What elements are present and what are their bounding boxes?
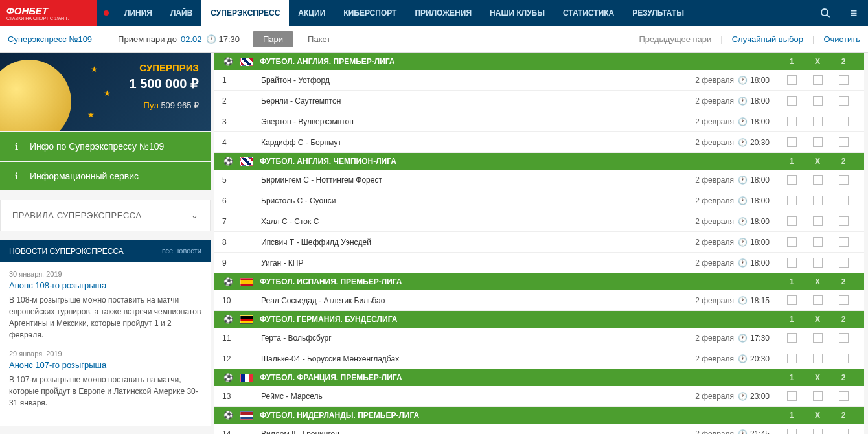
nav-item[interactable]: СУПЕРЭКСПРЕСС [201, 0, 289, 26]
match-row: 4 Кардифф С - Борнмут 2 февраля 🕐 20:30 [214, 132, 864, 153]
match-name[interactable]: Бирмингем С - Ноттингем Форест [261, 176, 695, 185]
league-header[interactable]: ⚽ ФУТБОЛ. ГЕРМАНИЯ. БУНДЕСЛИГА 1X2 [214, 311, 864, 328]
info-service-button[interactable]: ℹ Информационный сервис [0, 162, 211, 190]
bet-checkbox[interactable] [813, 258, 823, 268]
bet-checkbox[interactable] [839, 258, 849, 268]
tab-packet[interactable]: Пакет [297, 31, 341, 47]
bet-checkbox[interactable] [813, 75, 823, 85]
star-icon: ★ [104, 89, 111, 98]
bet-checkbox[interactable] [787, 295, 797, 305]
bet-checkbox[interactable] [839, 175, 849, 185]
bet-header: 1 [779, 277, 805, 286]
nav-item[interactable]: РЕЗУЛЬТАТЫ [623, 0, 693, 26]
bet-checkbox[interactable] [839, 137, 849, 147]
bet-checkbox[interactable] [813, 333, 823, 343]
bet-checkbox[interactable] [813, 354, 823, 363]
bet-checkbox[interactable] [787, 216, 797, 226]
league-header[interactable]: ⚽ ФУТБОЛ. АНГЛИЯ. ПРЕМЬЕР-ЛИГА 1X2 [214, 53, 864, 70]
bet-header: 2 [830, 157, 856, 166]
match-name[interactable]: Брайтон - Уотфорд [261, 76, 695, 85]
bet-checkbox[interactable] [839, 196, 849, 205]
link-clear[interactable]: Очистить [823, 34, 860, 44]
bet-checkbox[interactable] [787, 96, 797, 106]
clock-icon: 🕐 [738, 76, 748, 85]
nav-item[interactable]: ЛИНИЯ [115, 0, 161, 26]
bet-checkbox[interactable] [787, 333, 797, 343]
bet-header: X [805, 157, 830, 166]
logo[interactable]: ФОНБЕТ СТАВКИ НА СПОРТ С 1994 Г. [0, 0, 97, 26]
match-name[interactable]: Герта - Вольфсбург [261, 334, 695, 343]
news-date: 29 января, 2019 [9, 350, 201, 358]
bet-checkbox[interactable] [813, 175, 823, 185]
bet-checkbox[interactable] [813, 429, 823, 434]
menu-icon[interactable]: ≡ [839, 0, 868, 26]
bet-checkbox[interactable] [839, 117, 849, 126]
bet-checkbox[interactable] [787, 75, 797, 85]
bet-checkbox[interactable] [787, 354, 797, 363]
match-name[interactable]: Реал Сосьедад - Атлетик Бильбао [261, 296, 695, 305]
draw-title[interactable]: Суперэкспресс №109 [8, 34, 92, 44]
bet-checkbox[interactable] [813, 391, 823, 401]
bet-checkbox[interactable] [813, 137, 823, 147]
bet-checkbox[interactable] [787, 137, 797, 147]
match-name[interactable]: Реймс - Марсель [261, 392, 695, 401]
bet-checkbox[interactable] [787, 429, 797, 434]
bet-checkbox[interactable] [839, 237, 849, 247]
bet-checkbox[interactable] [839, 429, 849, 434]
football-icon: ⚽ [222, 277, 234, 286]
match-name[interactable]: Шальке-04 - Боруссия Менхенгладбах [261, 354, 695, 363]
bet-checkbox[interactable] [839, 354, 849, 363]
match-name[interactable]: Виллем II - Гронинген [261, 429, 695, 435]
info-button[interactable]: ℹ Инфо по Суперэкспрессу №109 [0, 132, 211, 161]
search-icon[interactable] [811, 0, 839, 26]
news-all-link[interactable]: все новости [162, 247, 201, 256]
league-header[interactable]: ⚽ ФУТБОЛ. ФРАНЦИЯ. ПРЕМЬЕР-ЛИГА 1X2 [214, 369, 864, 386]
bet-checkbox[interactable] [813, 117, 823, 126]
tab-pari[interactable]: Пари [253, 31, 293, 47]
bet-checkbox[interactable] [839, 96, 849, 106]
match-num: 9 [222, 258, 242, 268]
match-time: 18:00 [750, 238, 779, 247]
match-name[interactable]: Кардифф С - Борнмут [261, 138, 695, 147]
bet-checkbox[interactable] [839, 216, 849, 226]
bet-checkbox[interactable] [787, 237, 797, 247]
league-header[interactable]: ⚽ ФУТБОЛ. АНГЛИЯ. ЧЕМПИОН-ЛИГА 1X2 [214, 153, 864, 170]
bet-checkbox[interactable] [787, 391, 797, 401]
news-link[interactable]: Анонс 107-го розыгрыша [9, 360, 201, 370]
bet-checkbox[interactable] [839, 75, 849, 85]
match-name[interactable]: Бристоль С - Суонси [261, 196, 695, 205]
match-name[interactable]: Бернли - Саутгемптон [261, 97, 695, 106]
bet-checkbox[interactable] [813, 216, 823, 226]
nav-item[interactable]: СТАТИСТИКА [554, 0, 623, 26]
bet-checkbox[interactable] [839, 295, 849, 305]
match-name[interactable]: Уиган - КПР [261, 258, 695, 268]
news-link[interactable]: Анонс 108-го розыгрыша [9, 280, 201, 290]
nav-item[interactable]: КИБЕРСПОРТ [334, 0, 405, 26]
nav-item[interactable]: ПРИЛОЖЕНИЯ [405, 0, 481, 26]
clock-icon: 🕐 [738, 238, 748, 247]
league-header[interactable]: ⚽ ФУТБОЛ. НИДЕРЛАНДЫ. ПРЕМЬЕР-ЛИГА 1X2 [214, 407, 864, 424]
match-name[interactable]: Ипсвич Т - Шеффилд Уэнсдей [261, 238, 695, 247]
bet-checkbox[interactable] [839, 333, 849, 343]
bet-checkbox[interactable] [839, 391, 849, 401]
link-random[interactable]: Случайный выбор [732, 34, 803, 44]
match-name[interactable]: Халл С - Сток С [261, 217, 695, 226]
news-item: 29 января, 2019 Анонс 107-го розыгрыша В… [9, 350, 201, 409]
bet-checkbox[interactable] [813, 237, 823, 247]
nav-item[interactable]: АКЦИИ [289, 0, 334, 26]
bet-checkbox[interactable] [787, 196, 797, 205]
nav-item[interactable]: НАШИ КЛУБЫ [481, 0, 554, 26]
link-prev-pari[interactable]: Предыдущее пари [639, 34, 711, 44]
match-name[interactable]: Эвертон - Вулверхэмптон [261, 117, 695, 126]
bet-checkbox[interactable] [813, 295, 823, 305]
info-button-label: Инфо по Суперэкспрессу №109 [30, 141, 164, 152]
match-date: 2 февраля [695, 238, 734, 247]
bet-checkbox[interactable] [787, 175, 797, 185]
bet-checkbox[interactable] [813, 196, 823, 205]
rules-button[interactable]: ПРАВИЛА СУПЕРЭКСПРЕССА ⌄ [0, 200, 211, 231]
league-header[interactable]: ⚽ ФУТБОЛ. ИСПАНИЯ. ПРЕМЬЕР-ЛИГА 1X2 [214, 273, 864, 290]
bet-checkbox[interactable] [787, 117, 797, 126]
nav-item[interactable]: ЛАЙВ [161, 0, 201, 26]
bet-checkbox[interactable] [787, 258, 797, 268]
bet-checkbox[interactable] [813, 96, 823, 106]
